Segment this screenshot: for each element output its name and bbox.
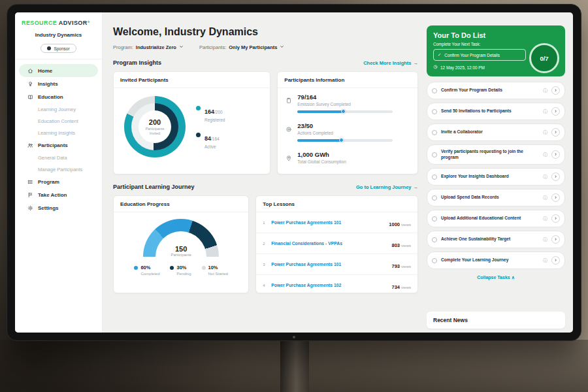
sidebar-nav: Home Insights Education Learning Journey [15,59,102,219]
checkbox-icon[interactable] [432,195,437,201]
task-row-verify-participants[interactable]: Verify participants requesting to join t… [427,144,565,165]
info-icon[interactable]: ⓘ [543,195,547,201]
info-icon[interactable]: ⓘ [543,152,547,158]
clock-icon [433,65,438,70]
sidebar-item-label: Education Content [38,118,78,124]
page-title: Welcome, Industry Dynamics [113,26,418,38]
sidebar-item-label: Settings [38,205,59,211]
sidebar-item-learning-insights[interactable]: Learning Insights [19,127,98,139]
lesson-link[interactable]: Power Purchase Agreements 101 [271,262,387,267]
task-row-confirm-program[interactable]: Confirm Your Program Details ⓘ › [427,82,565,99]
gauge-center: 150 Participants [143,245,219,257]
stat-label: Total Global Consumption [297,159,346,164]
chevron-right-icon[interactable]: › [551,172,560,181]
chevron-right-icon[interactable]: › [551,150,560,159]
chevron-right-icon[interactable]: › [551,214,560,223]
lesson-link[interactable]: Power Purchase Agreements 102 [271,283,387,287]
participants-filter[interactable]: Participants: Only My Participants [199,44,284,50]
filters-row: Program: Industrialize Zero Participants… [113,44,418,50]
sidebar-item-home[interactable]: Home [19,64,98,77]
sidebar-item-label: Home [38,68,52,74]
org-block: Industry Dynamics Sponsor [15,31,102,59]
checkbox-icon[interactable] [432,152,437,157]
sidebar-item-program[interactable]: Program [19,175,98,188]
lesson-row: 2 Financial Considerations - VPPAs 803vi… [256,233,417,254]
learning-journey-header: Participant Learning Journey Go to Learn… [113,184,418,190]
chevron-right-icon[interactable]: › [551,107,560,116]
checkbox-icon[interactable] [432,109,437,114]
program-filter[interactable]: Program: Industrialize Zero [113,44,184,50]
task-row-explore-insights[interactable]: Explore Your Insights Dashboard ⓘ › [427,168,565,186]
chevron-right-icon[interactable]: › [551,86,560,95]
lesson-views: 1000 [389,221,400,227]
sponsor-badge[interactable]: Sponsor [41,44,76,53]
checkbox-icon[interactable] [432,258,437,263]
sidebar-item-education-content[interactable]: Education Content [19,115,98,127]
chevron-right-icon[interactable]: › [551,193,560,202]
checkbox-icon[interactable] [432,130,437,135]
chevron-right-icon[interactable]: › [551,235,560,244]
lesson-rank: 4 [263,284,267,287]
checkbox-icon[interactable] [432,237,437,242]
sidebar-item-insights[interactable]: Insights [19,77,98,90]
task-label: Complete Your Learning Journey [441,257,539,263]
stat-label: Emission Survey Completed [297,102,393,106]
sidebar-item-settings[interactable]: Settings [19,201,98,214]
task-row-upload-spend-data[interactable]: Upload Spend Data Records ⓘ › [427,189,565,206]
info-icon[interactable]: ⓘ [543,216,547,222]
checkbox-icon[interactable] [432,88,437,93]
task-row-send-invitations[interactable]: Send 50 Invitations to Participants ⓘ › [427,103,565,120]
info-icon[interactable]: ⓘ [543,237,547,243]
center-column: Welcome, Industry Dynamics Program: Indu… [113,12,418,333]
info-icon[interactable]: ⓘ [543,257,547,264]
sidebar-item-education[interactable]: Education [19,90,98,103]
todo-column: Your To Do List Complete Your Next Task:… [427,12,565,333]
next-task-box[interactable]: ✓ Confirm Your Program Details [433,49,526,61]
next-task-label: Confirm Your Program Details [444,53,500,57]
logo-secondary: ADVISOR [59,20,88,26]
lesson-link[interactable]: Power Purchase Agreements 101 [271,220,384,225]
todo-progress-ring: 0/7 [529,43,559,73]
participants-filter-label: Participants: [199,44,226,50]
task-row-upload-educational-content[interactable]: Upload Additional Educational Content ⓘ … [427,210,565,227]
lesson-rank: 3 [263,263,267,267]
sidebar-item-manage-participants[interactable]: Manage Participants [19,163,98,175]
section-title: Program Insights [113,59,161,66]
blue-dot-icon [134,266,138,270]
legend-item-not-started: 10% Not Started [202,265,228,276]
chevron-right-icon[interactable]: › [551,128,560,137]
lesson-views-label: views [401,223,411,227]
lesson-link[interactable]: Financial Considerations - VPPAs [271,241,387,246]
sidebar-item-participants[interactable]: Participants [19,139,98,152]
logo-plus: + [88,20,91,24]
lesson-row: 1 Power Purchase Agreements 101 1000view… [256,212,417,233]
task-row-achieve-target[interactable]: Achieve One Sustainability Target ⓘ › [427,231,565,248]
sponsor-label: Sponsor [54,46,69,51]
info-icon[interactable]: ⓘ [543,108,547,115]
sidebar-item-take-action[interactable]: Take Action [19,188,98,201]
legend-label: Pending [176,272,191,276]
recent-news-title: Recent News [433,317,468,323]
collapse-tasks-button[interactable]: Collapse Tasks ∧ [427,275,565,280]
donut-center-value: 200 [149,118,161,126]
info-icon[interactable]: ⓘ [543,174,547,180]
task-row-complete-learning-journey[interactable]: Complete Your Learning Journey ⓘ › [427,252,565,269]
navy-dot-icon [196,133,201,137]
sidebar-item-learning-journey[interactable]: Learning Journey [19,103,98,115]
sidebar-item-general-data[interactable]: General Data [19,152,98,163]
sidebar-item-label: Insights [38,81,58,87]
info-icon[interactable]: ⓘ [543,129,547,136]
sidebar-item-label: Learning Insights [38,130,75,136]
clipboard-icon [286,95,292,106]
program-insights-header: Program Insights Check More Insights → [113,59,418,66]
info-icon[interactable]: ⓘ [543,88,547,94]
chevron-right-icon[interactable]: › [551,256,560,265]
task-row-invite-collaborator[interactable]: Invite a Collaborator ⓘ › [427,123,565,141]
go-to-learning-journey-link[interactable]: Go to Learning Journey → [356,184,418,190]
check-more-insights-link[interactable]: Check More Insights → [363,60,418,66]
stat-emission-survey: 79/164 Emission Survey Completed [278,88,417,117]
checkbox-icon[interactable] [432,216,437,221]
checkbox-icon[interactable] [432,174,437,180]
recent-news-card[interactable]: Recent News [427,312,565,329]
logo-primary: RESOURCE [22,20,57,26]
